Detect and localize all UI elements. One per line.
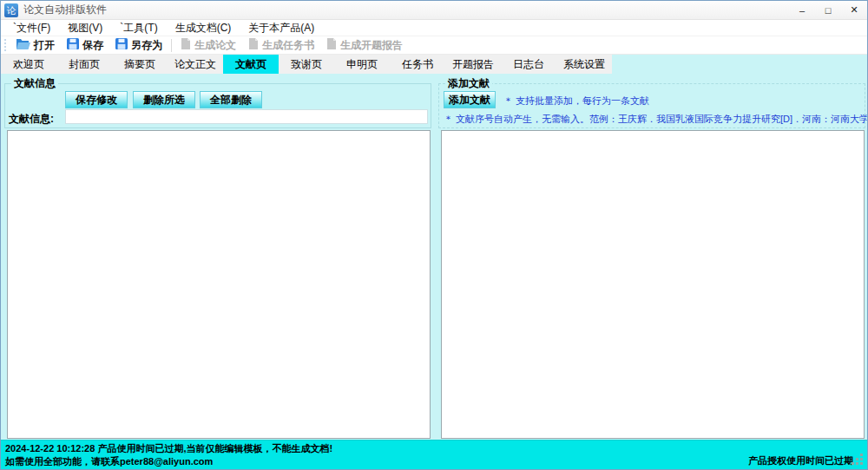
generate-doc-icon	[181, 38, 191, 52]
add-reference-textarea[interactable]	[441, 130, 865, 439]
tab-task-book[interactable]: 任务书	[390, 55, 445, 74]
license-status-text: 产品授权使用时间已过期	[748, 454, 853, 467]
reference-list-box[interactable]	[7, 130, 431, 439]
menu-tools[interactable]: `工具(T)	[111, 21, 166, 36]
add-reference-button[interactable]: 添加文献	[444, 91, 496, 108]
open-folder-icon	[16, 38, 30, 52]
tab-log-console[interactable]: 日志台	[501, 55, 556, 74]
tab-welcome[interactable]: 欢迎页	[1, 55, 56, 74]
status-line-expired: 2024-12-22 10:12:28 产品使用时间已过期,当前仅能编辑模板，不…	[5, 442, 863, 455]
minimize-icon[interactable]: –	[789, 1, 815, 19]
open-button[interactable]: 打开	[10, 36, 61, 54]
app-logo-icon: 论	[4, 3, 18, 17]
status-line-contact: 如需使用全部功能，请联系peter88@aliyun.com	[5, 455, 863, 468]
reference-info-field-label: 文献信息:	[9, 112, 54, 127]
generate-task-book-button[interactable]: 生成任务书	[242, 36, 320, 54]
add-reference-group: 添加文献 添加文献 ＊ 支持批量添加，每行为一条文献 ＊ 文献序号自动产生，无需…	[438, 83, 865, 128]
menu-bar: `文件(F) 视图(V) `工具(T) 生成文档(C) 关于本产品(A)	[1, 20, 867, 36]
tab-cover[interactable]: 封面页	[56, 55, 112, 74]
delete-selected-button[interactable]: 删除所选	[133, 91, 195, 108]
delete-all-button[interactable]: 全部删除	[200, 91, 262, 108]
reference-number-hint: ＊ 文献序号自动产生，无需输入。范例：王庆辉．我国乳液国际竞争力提升研究[D]．…	[444, 113, 868, 126]
tab-list: 欢迎页 封面页 摘要页 论文正文 文献页 致谢页 申明页 任务书 开题报告 日志…	[1, 55, 612, 74]
generate-thesis-button[interactable]: 生成论文	[174, 36, 242, 54]
save-button[interactable]: 保存	[61, 36, 109, 54]
save-as-icon	[115, 38, 128, 52]
app-window: 论 论文自动排版软件 – □ ✕ `文件(F) 视图(V) `工具(T) 生成文…	[0, 0, 868, 470]
toolbar-separator	[171, 39, 172, 52]
tab-abstract[interactable]: 摘要页	[112, 55, 168, 74]
title-bar: 论 论文自动排版软件 – □ ✕	[1, 1, 867, 20]
add-reference-group-title: 添加文献	[445, 77, 492, 89]
tab-proposal-report[interactable]: 开题报告	[445, 55, 501, 74]
window-title: 论文自动排版软件	[23, 3, 107, 17]
menu-file[interactable]: `文件(F)	[4, 21, 59, 36]
save-as-button[interactable]: 另存为	[109, 36, 168, 54]
toolbar-grip-icon	[4, 39, 6, 51]
window-controls: – □ ✕	[789, 1, 867, 19]
generate-doc-icon	[248, 38, 259, 52]
tab-references[interactable]: 文献页	[223, 55, 279, 74]
generate-proposal-report-button[interactable]: 生成开题报告	[320, 36, 409, 54]
batch-add-hint: ＊ 支持批量添加，每行为一条文献	[503, 95, 649, 108]
client-area: 文献信息 保存修改 删除所选 全部删除 文献信息: 添加文献 添加文献 ＊ 支持…	[1, 74, 867, 440]
status-bar: 2024-12-22 10:12:28 产品使用时间已过期,当前仅能编辑模板，不…	[1, 440, 867, 469]
tab-body[interactable]: 论文正文	[168, 55, 223, 74]
toolbar: 打开 保存 另存为	[1, 36, 867, 55]
save-icon	[67, 38, 79, 52]
maximize-icon[interactable]: □	[815, 1, 841, 19]
resize-grip[interactable]	[860, 454, 863, 456]
reference-info-input[interactable]	[65, 109, 428, 124]
reference-info-group-title: 文献信息	[11, 77, 58, 89]
menu-about[interactable]: 关于本产品(A)	[240, 21, 323, 36]
tab-strip: 欢迎页 封面页 摘要页 论文正文 文献页 致谢页 申明页 任务书 开题报告 日志…	[1, 55, 867, 74]
tab-acknowledgement[interactable]: 致谢页	[279, 55, 334, 74]
tab-system-settings[interactable]: 系统设置	[556, 55, 612, 74]
menu-generate-doc[interactable]: 生成文档(C)	[167, 21, 240, 36]
close-icon[interactable]: ✕	[841, 1, 867, 19]
reference-info-group: 文献信息 保存修改 删除所选 全部删除 文献信息:	[4, 83, 431, 128]
generate-doc-icon	[326, 38, 337, 52]
tab-declaration[interactable]: 申明页	[334, 55, 390, 74]
menu-view[interactable]: 视图(V)	[59, 21, 111, 36]
save-changes-button[interactable]: 保存修改	[65, 91, 128, 108]
